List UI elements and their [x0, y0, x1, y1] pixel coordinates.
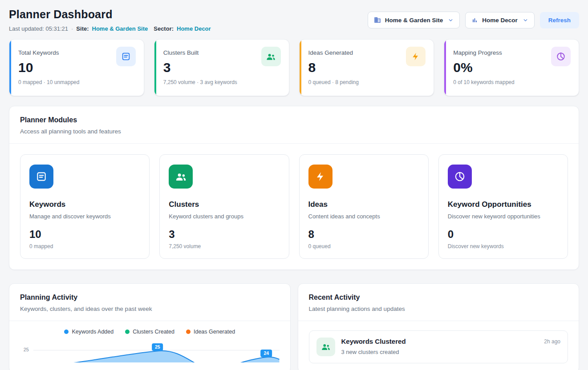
meta-separator: · [71, 25, 73, 32]
module-title: Keyword Opportunities [448, 200, 559, 209]
sector-selector-value: Home Decor [482, 17, 518, 24]
recent-activity-panel: Recent Activity Latest planning actions … [298, 283, 580, 370]
stat-card-text: Mapping Progress 0% 0 of 10 keywords map… [453, 47, 514, 85]
data-point-label: 25 [152, 343, 163, 351]
bottom-row: Planning Activity Keywords, clusters, an… [9, 283, 579, 370]
activity-list: Keywords Clustered 3 new clusters create… [298, 321, 579, 370]
stat-detail: 0 of 10 keywords mapped [453, 79, 514, 85]
document-icon [29, 165, 53, 189]
section-subtitle: Access all planning tools and features [20, 128, 568, 135]
header-controls: Home & Garden Site Home Decor Refresh [368, 12, 579, 28]
legend-item-clusters-created: Clusters Created [125, 329, 174, 335]
stat-value: 0% [453, 60, 514, 75]
stat-card-ideas-generated: Ideas Generated 8 0 queued · 8 pending [299, 39, 434, 96]
section-title: Planning Activity [20, 294, 280, 302]
stat-value: 8 [308, 60, 359, 75]
stat-value: 10 [18, 60, 79, 75]
module-card-keyword-opportunities[interactable]: Keyword Opportunities Discover new keywo… [438, 154, 568, 259]
activity-item-description: 3 new clusters created [341, 349, 406, 355]
modules-grid: Keywords Manage and discover keywords 10… [9, 144, 579, 269]
section-title: Recent Activity [309, 294, 568, 302]
planner-modules-header: Planner Modules Access all planning tool… [9, 106, 579, 144]
chevron-down-icon [523, 17, 528, 23]
module-detail: Discover new keywords [448, 243, 559, 249]
users-icon [316, 338, 335, 356]
module-value: 8 [308, 228, 419, 241]
stat-label: Mapping Progress [453, 49, 514, 56]
bolt-icon [308, 165, 333, 189]
site-label: Site: [76, 25, 89, 32]
section-subtitle: Keywords, clusters, and ideas over the p… [20, 306, 280, 312]
module-description: Keyword clusters and groups [169, 213, 280, 220]
building-icon [374, 16, 381, 24]
page-title: Planner Dashboard [9, 8, 211, 21]
module-value: 3 [169, 228, 280, 241]
sector-link[interactable]: Home Decor [177, 25, 211, 32]
legend-dot-green [125, 330, 130, 334]
stat-card-text: Clusters Built 3 7,250 volume · 3 avg ke… [163, 47, 237, 85]
planning-activity-header: Planning Activity Keywords, clusters, an… [9, 284, 290, 321]
stat-label: Ideas Generated [308, 49, 359, 56]
bar-chart-icon [471, 17, 478, 24]
legend-dot-blue [64, 330, 69, 334]
module-description: Manage and discover keywords [29, 213, 140, 220]
page-header: Planner Dashboard Last updated: 05:31:21… [9, 8, 579, 32]
legend-item-keywords-added: Keywords Added [64, 329, 114, 335]
stat-card-mapping-progress: Mapping Progress 0% 0 of 10 keywords map… [444, 39, 579, 96]
pie-chart-icon [448, 165, 472, 189]
module-detail: 0 queued [308, 243, 419, 249]
module-description: Content ideas and concepts [308, 213, 419, 220]
header-meta: Last updated: 05:31:21 · Site: Home & Ga… [9, 25, 211, 32]
section-title: Planner Modules [20, 116, 568, 124]
stat-card-text: Ideas Generated 8 0 queued · 8 pending [308, 47, 359, 85]
header-left: Planner Dashboard Last updated: 05:31:21… [9, 8, 211, 32]
module-detail: 7,250 volume [169, 243, 280, 249]
users-icon [169, 165, 193, 189]
stat-card-clusters-built: Clusters Built 3 7,250 volume · 3 avg ke… [154, 39, 289, 96]
stat-label: Total Keywords [18, 49, 79, 56]
legend-label: Keywords Added [72, 329, 114, 335]
activity-item-timestamp: 2h ago [544, 338, 560, 345]
module-card-keywords[interactable]: Keywords Manage and discover keywords 10… [20, 154, 150, 259]
stat-detail: 0 queued · 8 pending [308, 79, 359, 85]
stat-detail: 0 mapped · 10 unmapped [18, 79, 79, 85]
module-card-clusters[interactable]: Clusters Keyword clusters and groups 3 7… [159, 154, 289, 259]
document-icon [116, 47, 136, 66]
site-link[interactable]: Home & Garden Site [92, 25, 148, 32]
refresh-button[interactable]: Refresh [540, 12, 579, 28]
legend-label: Clusters Created [133, 329, 174, 335]
recent-activity-header: Recent Activity Latest planning actions … [298, 284, 579, 321]
site-selector-dropdown[interactable]: Home & Garden Site [368, 12, 460, 28]
activity-item-keywords-clustered: Keywords Clustered 3 new clusters create… [309, 330, 568, 363]
module-description: Discover new keyword opportunities [448, 213, 559, 220]
activity-line-chart: 25 25 24 [20, 339, 280, 362]
data-point-label: 24 [261, 350, 272, 357]
sector-selector-dropdown[interactable]: Home Decor [465, 12, 535, 28]
legend-dot-orange [186, 330, 191, 334]
module-value: 0 [448, 228, 559, 241]
last-updated-text: Last updated: 05:31:21 [9, 25, 68, 32]
activity-item-text: Keywords Clustered 3 new clusters create… [341, 338, 406, 355]
module-value: 10 [29, 228, 140, 241]
module-title: Keywords [29, 200, 140, 209]
section-subtitle: Latest planning actions and updates [309, 306, 568, 312]
bolt-icon [406, 47, 426, 66]
keywords-added-series [33, 339, 280, 362]
stat-card-text: Total Keywords 10 0 mapped · 10 unmapped [18, 47, 79, 85]
stat-detail: 7,250 volume · 3 avg keywords [163, 79, 237, 85]
planner-modules-panel: Planner Modules Access all planning tool… [9, 106, 579, 270]
planner-dashboard-page: Planner Dashboard Last updated: 05:31:21… [0, 0, 588, 370]
stat-value: 3 [163, 60, 237, 75]
users-icon [261, 47, 281, 66]
planning-activity-panel: Planning Activity Keywords, clusters, an… [9, 283, 291, 370]
pie-chart-icon [551, 47, 571, 66]
module-card-ideas[interactable]: Ideas Content ideas and concepts 8 0 que… [299, 154, 429, 259]
module-title: Clusters [169, 200, 280, 209]
stat-cards-row: Total Keywords 10 0 mapped · 10 unmapped… [9, 39, 579, 96]
legend-item-ideas-generated: Ideas Generated [186, 329, 235, 335]
y-axis-tick: 25 [20, 347, 29, 352]
stat-label: Clusters Built [163, 49, 237, 56]
site-selector-value: Home & Garden Site [385, 17, 443, 24]
legend-label: Ideas Generated [194, 329, 235, 335]
stat-card-total-keywords: Total Keywords 10 0 mapped · 10 unmapped [9, 39, 144, 96]
